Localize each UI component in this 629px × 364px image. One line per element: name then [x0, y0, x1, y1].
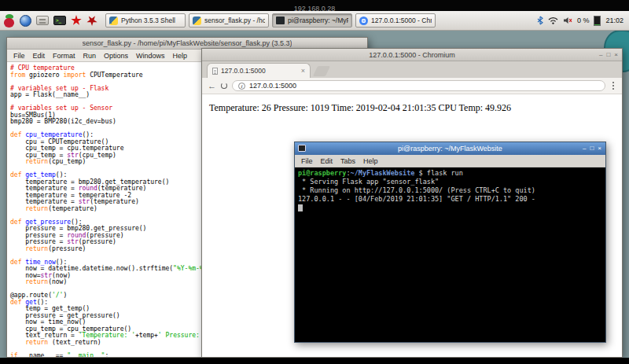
chromium-tabstrip: 127.0.0.1:5000 × — [202, 61, 622, 78]
idle-menu-run[interactable]: Run — [79, 52, 101, 60]
terminal-menu-file[interactable]: File — [297, 157, 317, 165]
cpu-usage-label: 0 % — [577, 17, 590, 24]
python-icon — [109, 17, 118, 25]
taskbar-task-python[interactable]: sensor_flask.py - /ho... — [189, 13, 269, 28]
terminal-window-title: pi@raspberry: ~/MyFlaskWebsite — [398, 145, 502, 153]
terminal-menu-edit[interactable]: Edit — [317, 157, 337, 165]
terminal-titlebar[interactable]: pi@raspberry: ~/MyFlaskWebsite – □ × — [295, 142, 605, 155]
chromium-titlebar[interactable]: 127.0.0.1:5000 - Chromium – □ × — [202, 49, 622, 61]
taskbar: Python 3.5.3 Shellsensor_flask.py - /ho.… — [0, 11, 629, 31]
terminal-launcher-icon[interactable] — [53, 16, 66, 25]
raspberry-menu-icon[interactable] — [3, 14, 15, 28]
volume-muted-icon[interactable] — [563, 17, 572, 24]
url-text: 127.0.0.1:5000 — [249, 82, 296, 90]
web-browser-icon[interactable] — [20, 15, 31, 27]
new-tab-button[interactable] — [313, 66, 330, 76]
minimize-icon[interactable]: – — [599, 52, 602, 58]
terminal-menubar: FileEditTabsHelp — [295, 155, 605, 167]
terminal-window: pi@raspberry: ~/MyFlaskWebsite – □ × Fil… — [294, 142, 606, 343]
term-line — [298, 204, 602, 212]
bluetooth-icon[interactable] — [537, 16, 543, 25]
task-label: Python 3.5.3 Shell — [121, 17, 175, 24]
clock[interactable]: 21:02 — [605, 17, 623, 24]
idle-menu-help[interactable]: Help — [169, 52, 192, 60]
chromium-window-title: 127.0.0.1:5000 - Chromium — [369, 51, 455, 59]
screen-letterbox — [0, 358, 629, 364]
browser-menu-icon[interactable] — [612, 85, 614, 86]
taskbar-task-python[interactable]: Python 3.5.3 Shell — [105, 13, 186, 28]
taskbar-launchers — [3, 14, 97, 28]
chromium-icon — [359, 17, 368, 25]
screen: 192.168.0.28 Python 3.5.3 Shellsensor_fl… — [0, 0, 629, 364]
idle-menu-options[interactable]: Options — [100, 52, 132, 60]
term-line: * Running on http://127.0.0.1:5000/ (Pre… — [298, 186, 602, 195]
term-line: pi@raspberry:~/MyFlaskWebsite $ flask ru… — [298, 169, 602, 178]
taskbar-task-chromium[interactable]: 127.0.0.1:5000 - Chro... — [355, 13, 436, 28]
idle-menu-windows[interactable]: Windows — [132, 52, 169, 60]
sensor-readout-text: Temperature: 26 Pressure: 1019 Time: 201… — [209, 102, 511, 113]
wifi-icon[interactable] — [548, 17, 558, 24]
close-icon[interactable]: × — [598, 145, 601, 152]
system-tray: 0 % 21:02 — [537, 16, 626, 26]
close-icon[interactable]: × — [614, 52, 618, 58]
minimize-icon[interactable]: – — [583, 145, 586, 152]
idle-window-title: sensor_flask.py - /home/pi/MyFlaskWebsit… — [83, 39, 292, 47]
desktop: Python 3.5.3 Shellsensor_flask.py - /ho.… — [0, 11, 629, 358]
file-manager-icon[interactable] — [36, 16, 49, 25]
terminal-icon — [276, 17, 285, 24]
idle-menu-format[interactable]: Format — [49, 52, 79, 60]
chromium-window-controls: – □ × — [599, 49, 618, 61]
terminal-menu-tabs[interactable]: Tabs — [337, 157, 359, 165]
idle-menu-file[interactable]: File — [9, 52, 29, 60]
cpu-meter[interactable] — [594, 16, 601, 26]
taskbar-task-terminal[interactable]: pi@raspberry: ~/MyFl... — [272, 13, 352, 28]
chromium-toolbar: ← i 127.0.0.1:5000 — [202, 78, 622, 94]
tab-label: 127.0.0.1:5000 — [221, 67, 298, 75]
task-label: 127.0.0.1:5000 - Chro... — [371, 17, 432, 24]
task-label: sensor_flask.py - /ho... — [204, 17, 265, 24]
page-favicon-icon — [212, 68, 218, 75]
taskbar-tasks: Python 3.5.3 Shellsensor_flask.py - /ho.… — [105, 13, 534, 28]
maximize-icon[interactable]: □ — [606, 52, 610, 58]
task-label: pi@raspberry: ~/MyFl... — [288, 17, 348, 24]
maximize-icon[interactable]: □ — [590, 145, 594, 152]
tab-close-icon[interactable]: × — [301, 67, 305, 75]
reload-icon[interactable] — [221, 83, 227, 89]
page-info-icon[interactable]: i — [238, 83, 245, 90]
address-bar[interactable]: i 127.0.0.1:5000 — [232, 80, 605, 91]
mathematica-icon[interactable] — [84, 13, 99, 28]
wolfram-icon[interactable] — [71, 15, 82, 26]
idle-menu-edit[interactable]: Edit — [29, 52, 50, 60]
term-line: * Serving Flask app "sensor_flask" — [298, 178, 602, 186]
vnc-status-bar: 192.168.0.28 — [0, 0, 629, 11]
back-icon[interactable]: ← — [208, 82, 216, 90]
terminal-menu-help[interactable]: Help — [359, 157, 382, 165]
terminal-window-controls: – □ × — [583, 142, 601, 155]
browser-tab[interactable]: 127.0.0.1:5000 × — [207, 63, 311, 78]
terminal-body[interactable]: pi@raspberry:~/MyFlaskWebsite $ flask ru… — [295, 167, 605, 342]
python-icon — [193, 17, 201, 25]
term-line: 127.0.0.1 - - [04/Feb/2019 21:01:35] "GE… — [298, 195, 602, 204]
terminal-app-icon — [298, 145, 306, 152]
